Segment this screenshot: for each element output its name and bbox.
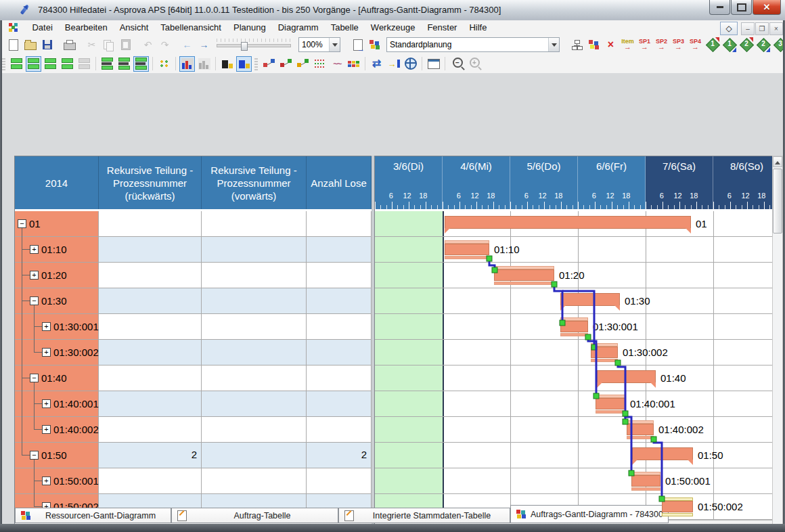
row-label-cell[interactable]: +01:10: [15, 237, 99, 263]
new-file-icon[interactable]: [5, 37, 21, 53]
sp3-icon[interactable]: SP3→: [671, 37, 686, 53]
expand-icon[interactable]: +: [42, 399, 51, 408]
table-cell[interactable]: [307, 468, 372, 494]
tab-Auftrag-Tabelle[interactable]: Auftrag-Tabelle: [171, 508, 338, 523]
table-cell[interactable]: [99, 237, 202, 263]
maximize-button[interactable]: [731, 0, 752, 15]
table-cell[interactable]: [307, 340, 372, 365]
row-label-cell[interactable]: +01:20: [15, 263, 99, 288]
table-cell[interactable]: [307, 211, 372, 237]
table-cell[interactable]: [99, 391, 202, 417]
jump-arrows-icon[interactable]: ⇄: [369, 56, 384, 72]
stock-chart-icon[interactable]: [219, 56, 235, 72]
toolbar-grip[interactable]: [2, 57, 5, 70]
menu-datei[interactable]: Datei: [26, 20, 58, 35]
column-header-3[interactable]: Anzahl Lose: [307, 156, 372, 209]
menu-ansicht[interactable]: Ansicht: [114, 20, 155, 35]
gantt-task-bar-01:40:002[interactable]: [627, 420, 654, 439]
table-cell[interactable]: [202, 314, 307, 340]
sp1-icon[interactable]: SP1→: [637, 37, 652, 53]
dotted-lines-icon[interactable]: [312, 56, 328, 72]
table-cell[interactable]: [99, 417, 202, 443]
collapse-icon[interactable]: −: [30, 374, 39, 382]
blocks-icon[interactable]: [586, 37, 602, 53]
curve-display-icon[interactable]: ~~: [329, 56, 344, 72]
row-label-cell[interactable]: −01:50: [15, 443, 99, 468]
close-button[interactable]: ✕: [753, 0, 781, 15]
expand-icon[interactable]: +: [42, 476, 51, 485]
pegging-back-icon[interactable]: [278, 56, 294, 72]
collapse-icon[interactable]: −: [18, 219, 26, 228]
table-cell[interactable]: [307, 288, 372, 314]
row-label-cell[interactable]: −01: [15, 211, 99, 237]
gantt-vscrollbar[interactable]: [772, 156, 783, 532]
level-1-down-icon[interactable]: 1: [721, 37, 737, 53]
table-cell[interactable]: [202, 211, 307, 237]
gantt-task-bar-01:40:001[interactable]: [596, 395, 625, 414]
bar-style-1-icon[interactable]: [99, 56, 115, 72]
row-label-cell[interactable]: +01:40:002: [15, 417, 99, 443]
table-cell[interactable]: [202, 391, 307, 417]
column-header-1[interactable]: Rekursive Teilung - Prozessnummer (rückw…: [99, 156, 202, 209]
mdi-restore-button[interactable]: ❐: [755, 22, 769, 35]
gantt-task-bar-01:50:001[interactable]: [631, 472, 660, 491]
grid-display-icon[interactable]: [346, 56, 361, 72]
expand-icon[interactable]: +: [42, 425, 51, 434]
table-cell[interactable]: [307, 365, 372, 391]
pegging-all-icon[interactable]: [261, 56, 277, 72]
menu-fenster[interactable]: Fenster: [421, 20, 463, 35]
bar-style-3-icon[interactable]: [133, 56, 149, 72]
menu-planung[interactable]: Planung: [227, 20, 272, 35]
gantt-summary-bar-01:40[interactable]: [597, 370, 656, 383]
print-icon[interactable]: [62, 37, 77, 53]
row-height-3-icon[interactable]: [43, 56, 58, 72]
table-cell[interactable]: [307, 391, 372, 417]
table-cell[interactable]: [202, 340, 307, 365]
tab-Ressourcen-Gantt-Diagramm[interactable]: Ressourcen-Gantt-Diagramm: [15, 508, 171, 523]
bar-style-2-icon[interactable]: [116, 56, 132, 72]
table-cell[interactable]: [202, 288, 307, 314]
expand-icon[interactable]: +: [42, 322, 51, 331]
menu-tabellenansicht[interactable]: Tabellenansicht: [154, 20, 227, 35]
slider-thumb[interactable]: [241, 42, 248, 51]
table-cell[interactable]: [202, 365, 307, 391]
menu-werkzeuge[interactable]: Werkzeuge: [365, 20, 422, 35]
menu-bearbeiten[interactable]: Bearbeiten: [59, 20, 114, 35]
gantt-task-bar-01:20[interactable]: [494, 266, 554, 285]
column-header-0[interactable]: 2014: [15, 156, 99, 209]
table-cell[interactable]: 2: [99, 443, 202, 468]
tab-Integrierte Stammdaten-Tabelle[interactable]: Integrierte Stammdaten-Tabelle: [338, 508, 510, 523]
mdi-minimize-button[interactable]: –: [741, 22, 755, 35]
forward-icon[interactable]: →: [196, 37, 212, 53]
zoom-out-icon[interactable]: −: [449, 56, 464, 72]
gantt-task-bar-01:30:001[interactable]: [560, 317, 588, 336]
stock-chart-2-icon[interactable]: [236, 56, 252, 72]
properties-dialog-icon[interactable]: [426, 56, 441, 72]
menu-diagramm[interactable]: Diagramm: [272, 20, 325, 35]
tab-Auftrags-Gantt-Diagramm - 784300[interactable]: Auftrags-Gantt-Diagramm - 784300: [510, 505, 669, 523]
toolbar-grip[interactable]: [254, 57, 258, 70]
time-scale-slider[interactable]: [213, 37, 294, 53]
table-cell[interactable]: [99, 211, 202, 237]
table-cell[interactable]: [307, 314, 372, 340]
menu-hilfe[interactable]: Hilfe: [463, 20, 493, 35]
row-height-1-icon[interactable]: [9, 56, 24, 72]
table-cell[interactable]: [99, 288, 202, 314]
gantt-task-bar-01:10[interactable]: [445, 240, 489, 259]
plan-select[interactable]: Standardplanung: [384, 37, 562, 53]
row-label-cell[interactable]: +01:50:001: [15, 468, 99, 494]
row-height-4-icon[interactable]: [60, 56, 75, 72]
flowchart-icon[interactable]: [569, 37, 585, 53]
scroll-up-button[interactable]: [773, 156, 782, 167]
combo-dropdown-button[interactable]: [329, 38, 340, 51]
row-label-cell[interactable]: +01:40:001: [15, 391, 99, 417]
open-folder-icon[interactable]: [22, 37, 38, 53]
table-cell[interactable]: [99, 340, 202, 365]
expand-icon[interactable]: +: [42, 348, 51, 357]
gantt-task-bar-01:30:002[interactable]: [591, 343, 618, 362]
expand-icon[interactable]: +: [30, 245, 39, 254]
collapse-icon[interactable]: −: [30, 296, 39, 305]
row-label-cell[interactable]: −01:40: [15, 365, 99, 391]
gantt-task-bar-01:50:002[interactable]: [662, 497, 693, 516]
title-bar[interactable]: 784300 Hilfedatei - Asprova APS [64bit] …: [0, 0, 785, 21]
